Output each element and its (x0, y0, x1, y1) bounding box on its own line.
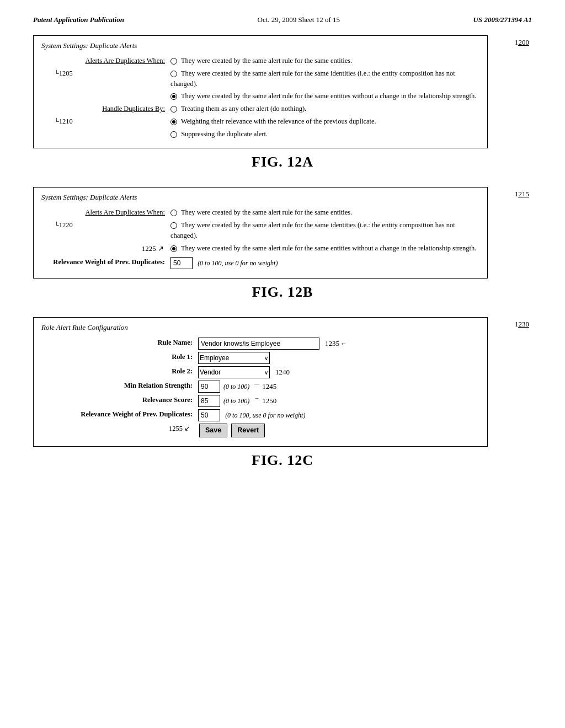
table-row: └1210 Weighting their relevance with the… (41, 115, 479, 128)
table-row-prev-dup: Relevance Weight of Prev. Duplicates: 50… (41, 408, 479, 422)
relevance-score-input[interactable]: 85 (198, 395, 220, 407)
table-row: Alerts Are Duplicates When: They were cr… (41, 206, 479, 219)
min-relation-hint: (0 to 100) (223, 382, 249, 392)
main-content: 1200 System Settings: Duplicate Alerts A… (0, 35, 565, 469)
ref-1250: 1250 (262, 395, 276, 406)
prev-dup-input[interactable]: 50 (198, 409, 220, 421)
radio-option-1b[interactable] (170, 210, 177, 216)
prev-dup-label: Relevance Weight of Prev. Duplicates: (41, 408, 196, 422)
table-row: Relevance Weight of Prev. Duplicates: 50… (41, 256, 479, 270)
ref-1210: └1210 (44, 116, 166, 127)
rule-name-input[interactable]: Vendor knows/is Employee (198, 338, 319, 350)
ref-1220: └1220 (44, 220, 166, 231)
relevance-hint-c: (0 to 100) (223, 396, 249, 406)
fig-12b-section: 1215 System Settings: Duplicate Alerts A… (33, 187, 532, 301)
min-relation-label: Min Relation Strength: (41, 379, 196, 394)
fig-12c-table: Rule Name: Vendor knows/is Employee 1235… (41, 336, 479, 438)
prev-dup-hint: (0 to 100, use 0 for no weight) (225, 411, 305, 419)
table-row: └1205 They were created by the same aler… (41, 67, 479, 90)
relevance-hint-b: (0 to 100, use 0 for no weight) (198, 259, 278, 267)
rule-name-label: Rule Name: (41, 336, 196, 351)
min-relation-input[interactable]: 90 (198, 381, 220, 393)
table-row-rule-name: Rule Name: Vendor knows/is Employee 1235… (41, 336, 479, 351)
alerts-label-b: Alerts Are Duplicates When: (41, 206, 168, 219)
radio-option-3a[interactable] (170, 93, 177, 100)
relevance-label-b: Relevance Weight of Prev. Duplicates: (41, 256, 168, 270)
header-left: Patent Application Publication (33, 15, 124, 24)
handle-label: Handle Duplicates By: (41, 103, 168, 115)
chevron-down-icon: ∨ (264, 354, 268, 362)
ref-1225: 1225 (142, 244, 156, 253)
ref-1245: 1245 (262, 381, 276, 392)
fig-12b-box: System Settings: Duplicate Alerts Alerts… (33, 187, 488, 279)
fig-12b-caption: FIG. 12B (33, 284, 532, 301)
table-row: 1225 ↗ They were created by the same ale… (41, 242, 479, 256)
relevance-score-label: Relevance Score: (41, 394, 196, 408)
table-row: They were created by the same alert rule… (41, 90, 479, 103)
radio-handle-3a[interactable] (170, 131, 177, 138)
fig-12a-title: System Settings: Duplicate Alerts (41, 41, 479, 50)
save-button[interactable]: Save (199, 424, 227, 437)
fig-12c-box: Role Alert Rule Configuration Rule Name:… (33, 317, 488, 447)
table-row: Suppressing the duplicate alert. (41, 128, 479, 141)
fig-12c-caption: FIG. 12C (33, 452, 532, 469)
radio-handle-1a[interactable] (170, 106, 177, 113)
role2-select[interactable]: Vendor ∨ (198, 366, 270, 378)
fig-12a-table: Alerts Are Duplicates When: They were cr… (41, 55, 479, 140)
table-row-role2: Role 2: Vendor ∨ 1240 (41, 365, 479, 379)
table-row-min-relation: Min Relation Strength: 90 (0 to 100) ⌒ 1… (41, 379, 479, 394)
relevance-input-b[interactable]: 50 (170, 257, 193, 269)
table-row-relevance-score: Relevance Score: 85 (0 to 100) ⌒ 1250 (41, 394, 479, 408)
fig-12b-table: Alerts Are Duplicates When: They were cr… (41, 206, 479, 270)
fig-12a-caption: FIG. 12A (33, 154, 532, 170)
role1-select[interactable]: Employee ∨ (198, 352, 270, 364)
ref-1240: 1240 (275, 367, 290, 378)
alerts-label: Alerts Are Duplicates When: (41, 55, 168, 67)
ref-1205: └1205 (44, 68, 166, 79)
table-row: └1220 They were created by the same aler… (41, 219, 479, 242)
fig-12b-title: System Settings: Duplicate Alerts (41, 193, 479, 202)
role1-label: Role 1: (41, 351, 196, 365)
ref-1255: 1255 (169, 425, 183, 432)
radio-handle-2a[interactable] (170, 119, 177, 125)
table-row-buttons: 1255 ↙ Save Revert (41, 422, 479, 438)
radio-option-2a[interactable] (170, 71, 177, 77)
chevron-down-icon-2: ∨ (264, 368, 268, 377)
table-row: Alerts Are Duplicates When: They were cr… (41, 55, 479, 67)
table-row: Handle Duplicates By: Treating them as a… (41, 103, 479, 115)
fig-12c-title: Role Alert Rule Configuration (41, 323, 479, 332)
header-center: Oct. 29, 2009 Sheet 12 of 15 (258, 15, 340, 24)
role2-label: Role 2: (41, 365, 196, 379)
page-header: Patent Application Publication Oct. 29, … (0, 0, 565, 35)
role1-value: Employee (200, 353, 229, 363)
radio-option-2b[interactable] (170, 222, 177, 229)
fig-12a-section: 1200 System Settings: Duplicate Alerts A… (33, 35, 532, 170)
role2-value: Vendor (200, 367, 221, 377)
ref-1235: 1235 (325, 338, 339, 349)
fig-12a-box: System Settings: Duplicate Alerts Alerts… (33, 35, 488, 148)
table-row-role1: Role 1: Employee ∨ (41, 351, 479, 365)
revert-button[interactable]: Revert (231, 424, 265, 437)
radio-option-1a[interactable] (170, 58, 177, 65)
header-right: US 2009/271394 A1 (473, 15, 532, 24)
radio-option-3b[interactable] (170, 245, 177, 252)
fig-12c-section: 1230 Role Alert Rule Configuration Rule … (33, 317, 532, 469)
